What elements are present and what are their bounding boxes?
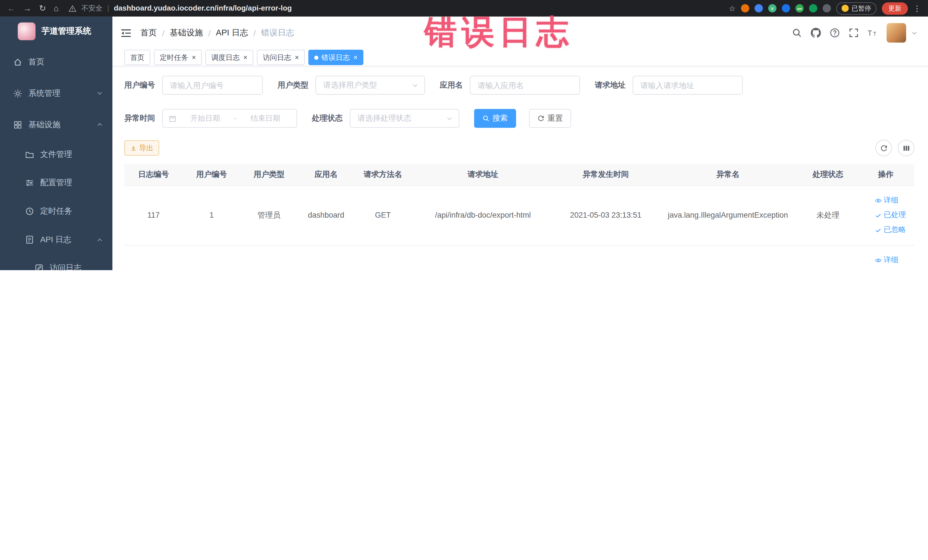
tab-label: 首页 — [130, 52, 144, 63]
export-button-label: 导出 — [139, 143, 154, 153]
user-type-label: 用户类型 — [278, 80, 308, 90]
browser-actions: ☆ Von 已暂停 更新 ⋮ — [729, 2, 921, 15]
processed-link[interactable]: 已处理 — [875, 268, 912, 270]
filter-row-1: 用户编号 用户类型 请选择用户类型 应用名 — [124, 76, 914, 95]
refresh-table-button[interactable] — [875, 140, 892, 156]
tab-error-log[interactable]: 错误日志× — [308, 50, 363, 65]
processed-link[interactable]: 已处理 — [875, 208, 912, 223]
tab-home[interactable]: 首页 — [124, 50, 150, 65]
error-log-table: 日志编号用户编号用户类型应用名请求方法名请求地址异常发生时间异常名处理状态操作 … — [124, 164, 914, 270]
filter-process-status: 处理状态 请选择处理状态 — [312, 109, 459, 128]
breadcrumb-item[interactable]: API 日志 — [216, 27, 248, 38]
paused-badge[interactable]: 已暂停 — [836, 2, 876, 15]
sidebar-item-config[interactable]: 配置管理 — [0, 169, 112, 197]
sidebar-item-infra[interactable]: 基础设施 — [0, 109, 112, 140]
search-icon[interactable] — [792, 28, 802, 38]
column-header: 用户编号 — [183, 164, 240, 185]
sidebar-item-file[interactable]: 文件管理 — [0, 140, 112, 169]
search-button-label: 搜索 — [492, 113, 508, 124]
column-header: 应用名 — [298, 164, 355, 185]
app-name-cell: dashboard — [298, 185, 355, 245]
reset-button[interactable]: 重置 — [529, 109, 571, 128]
detail-link[interactable]: 详细 — [875, 253, 912, 268]
chevron-down-icon — [412, 82, 418, 89]
app-title: 芋道管理系统 — [41, 26, 91, 37]
detail-link[interactable]: 详细 — [875, 193, 912, 208]
sidebar-item-label: 文件管理 — [40, 149, 72, 160]
extension-3-icon[interactable]: V — [768, 4, 777, 12]
tab-job[interactable]: 定时任务× — [154, 50, 202, 65]
tab-label: 访问日志 — [263, 52, 291, 63]
close-icon[interactable]: × — [192, 54, 196, 61]
sidebar-item-access-log[interactable]: 访问日志 — [0, 254, 112, 270]
fullscreen-icon[interactable] — [849, 28, 859, 38]
process-status-select[interactable]: 请选择处理状态 — [350, 109, 459, 128]
user-avatar[interactable] — [887, 23, 906, 43]
extension-1-icon[interactable] — [741, 4, 749, 12]
user-type-cell: 管理员 — [240, 185, 298, 245]
bookmark-star-icon[interactable]: ☆ — [729, 4, 736, 12]
font-size-icon[interactable]: TT — [867, 28, 878, 38]
close-icon[interactable]: × — [353, 54, 358, 61]
github-icon[interactable] — [811, 28, 821, 38]
update-button[interactable]: 更新 — [882, 2, 908, 15]
user-id-label: 用户编号 — [124, 80, 155, 90]
sidebar-logo[interactable]: 芋道管理系统 — [0, 17, 112, 46]
home-icon[interactable]: ⌂ — [53, 4, 59, 12]
search-button[interactable]: 搜索 — [474, 109, 516, 128]
help-icon[interactable] — [830, 28, 840, 38]
tab-job-log[interactable]: 调度日志× — [205, 50, 253, 65]
app-name-input[interactable] — [470, 76, 580, 95]
close-icon[interactable]: × — [295, 54, 299, 61]
reload-icon[interactable]: ↻ — [39, 4, 46, 12]
breadcrumb-item[interactable]: 首页 — [140, 27, 157, 38]
clock-icon — [25, 206, 34, 216]
browser-chrome: ← → ↻ ⌂ 不安全 | dashboard.yudao.iocoder.cn… — [0, 0, 928, 17]
column-settings-button[interactable] — [898, 140, 914, 156]
avatar-caret-down-icon[interactable] — [911, 30, 917, 36]
breadcrumb: 首页 / 基础设施 / API 日志 / 错误日志 — [140, 27, 295, 38]
breadcrumb-separator: / — [253, 28, 256, 38]
sidebar-item-api-log[interactable]: API 日志 — [0, 225, 112, 254]
date-separator: - — [234, 114, 237, 122]
extension-2-icon[interactable] — [754, 4, 763, 12]
extension-7-icon[interactable] — [823, 4, 831, 12]
eye-icon — [875, 256, 882, 264]
exception-name-cell: java.lang.IllegalArgumentException — [657, 185, 799, 245]
breadcrumb-item[interactable]: 基础设施 — [170, 27, 203, 38]
collapse-sidebar-icon[interactable] — [121, 28, 131, 38]
tabs-bar: 首页定时任务×调度日志×访问日志×错误日志× — [112, 49, 928, 66]
column-header: 请求方法名 — [355, 164, 411, 185]
column-header: 异常名 — [657, 164, 799, 185]
logo-image — [18, 23, 35, 40]
tab-access-log[interactable]: 访问日志× — [257, 50, 305, 65]
log-icon — [25, 235, 34, 244]
extension-6-icon[interactable] — [809, 4, 817, 12]
address-bar[interactable]: 不安全 | dashboard.yudao.iocoder.cn/infra/l… — [69, 3, 721, 13]
back-icon[interactable]: ← — [7, 4, 15, 12]
column-header: 处理状态 — [799, 164, 857, 185]
sidebar-item-job[interactable]: 定时任务 — [0, 197, 112, 226]
app-header: 首页 / 基础设施 / API 日志 / 错误日志 TT — [112, 17, 928, 49]
user-id-input[interactable] — [162, 76, 263, 95]
exception-time-range-picker[interactable]: 开始日期 - 结束日期 — [162, 109, 297, 128]
tab-label: 调度日志 — [211, 52, 240, 63]
extension-5-icon[interactable]: on — [795, 4, 804, 12]
ignored-link[interactable]: 已忽略 — [875, 223, 912, 237]
breadcrumb-separator: / — [162, 28, 164, 38]
table-row: 1171管理员dashboardGET/api/infra/db-doc/exp… — [124, 185, 914, 245]
search-icon — [482, 115, 490, 122]
extension-4-icon[interactable] — [782, 4, 790, 12]
export-button[interactable]: 导出 — [124, 140, 159, 156]
sidebar-item-home[interactable]: 首页 — [0, 46, 112, 78]
sidebar-item-label: 首页 — [29, 56, 44, 67]
content: 用户编号 用户类型 请选择用户类型 应用名 — [112, 66, 928, 270]
user-type-select[interactable]: 请选择用户类型 — [316, 76, 425, 95]
filter-app-name: 应用名 — [440, 76, 580, 95]
close-icon[interactable]: × — [243, 54, 247, 61]
actions-cell: 详细已处理已忽略 — [857, 245, 914, 270]
request-url-input[interactable] — [633, 76, 743, 95]
sidebar-item-system[interactable]: 系统管理 — [0, 78, 112, 109]
browser-menu-icon[interactable]: ⋮ — [913, 4, 921, 12]
forward-icon[interactable]: → — [23, 4, 31, 12]
